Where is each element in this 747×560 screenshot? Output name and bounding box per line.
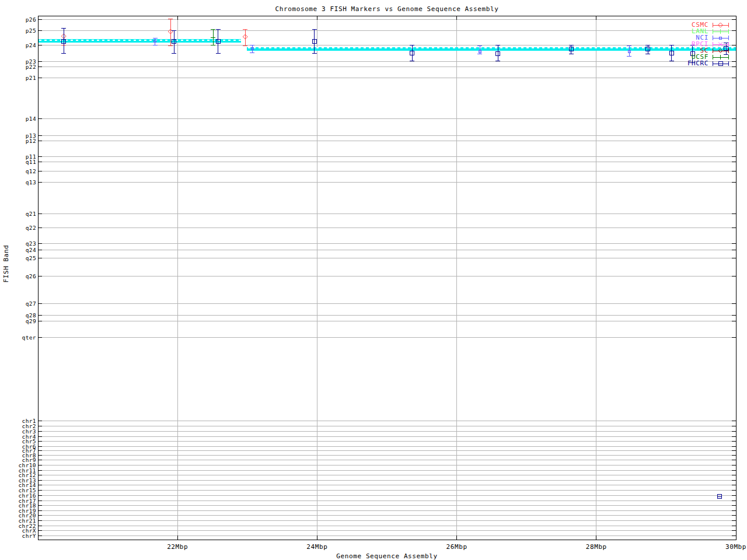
y-tick-label: chrY — [0, 533, 36, 538]
legend — [713, 23, 728, 66]
y-tick-label: q27 — [0, 301, 36, 306]
y-tick-label: qter — [0, 335, 36, 340]
chart-title: Chromosome 3 FISH Markers vs Genome Sequ… — [38, 5, 736, 13]
y-tick-label: q22 — [0, 225, 36, 230]
x-tick-label: 24Mbp — [296, 543, 337, 551]
y-tick-label: q12 — [0, 169, 36, 174]
chart-canvas: Chromosome 3 FISH Markers vs Genome Sequ… — [0, 0, 747, 560]
y-axis-title: FISH Band — [2, 229, 9, 299]
plot-frame — [38, 16, 736, 540]
y-tick-label: q11 — [0, 159, 36, 164]
x-tick-label: 28Mbp — [576, 543, 617, 551]
y-tick-label: p26 — [0, 17, 36, 22]
plot-area — [0, 0, 747, 560]
y-tick-label: p25 — [0, 28, 36, 33]
y-tick-label: p21 — [0, 75, 36, 80]
series-fhcrc — [61, 28, 728, 499]
x-tick-label: 22Mbp — [157, 543, 198, 551]
y-tick-label: q13 — [0, 180, 36, 185]
y-tick-label: q28 — [0, 313, 36, 318]
y-tick-label: q24 — [0, 247, 36, 253]
gridlines — [38, 16, 736, 540]
x-axis-title: Genome Sequence Assembly — [38, 552, 736, 560]
y-tick-label: q25 — [0, 256, 36, 261]
y-tick-label: q26 — [0, 274, 36, 279]
assembly-band — [38, 39, 736, 51]
x-tick-label: 30Mbp — [715, 543, 747, 551]
plot-border — [38, 16, 736, 540]
legend-label-rpci: RPCI — [638, 41, 708, 47]
x-tick-label: 26Mbp — [437, 543, 477, 551]
legend-label-fhcrc: FHCRC — [638, 60, 708, 66]
y-tick-label: q23 — [0, 241, 36, 246]
y-tick-label: p14 — [0, 116, 36, 121]
y-tick-label: p24 — [0, 43, 36, 48]
y-tick-label: p12 — [0, 138, 36, 144]
y-tick-label: q29 — [0, 318, 36, 324]
y-tick-label: p22 — [0, 64, 36, 69]
y-tick-label: q21 — [0, 211, 36, 216]
